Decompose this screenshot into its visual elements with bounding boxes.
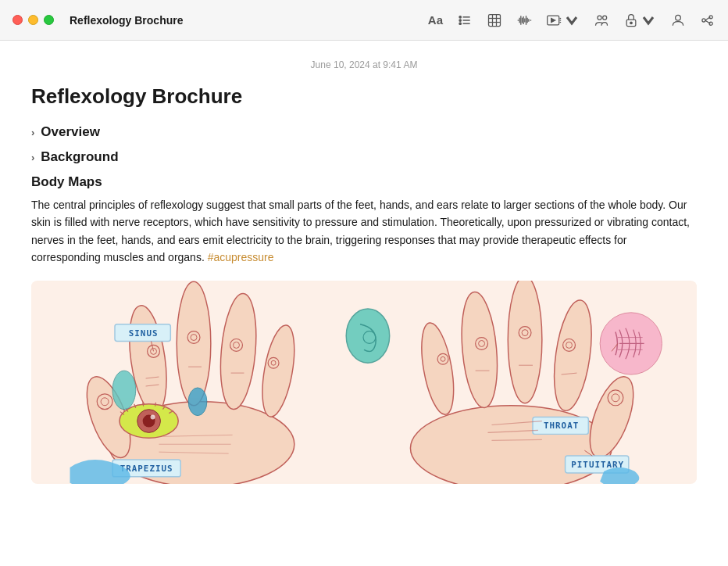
document-title: Reflexology Brochure <box>70 14 419 27</box>
svg-marker-22 <box>551 18 555 22</box>
font-button[interactable]: Aa <box>428 13 443 27</box>
svg-point-92 <box>346 308 389 362</box>
minimize-button[interactable] <box>28 15 38 25</box>
document-body: June 10, 2024 at 9:41 AM Reflexology Bro… <box>0 41 728 566</box>
svg-point-0 <box>459 16 462 18</box>
svg-point-32 <box>709 22 712 25</box>
svg-point-71 <box>508 281 542 403</box>
lock-icon <box>623 13 639 28</box>
collab-icon <box>594 13 609 28</box>
body-maps-section: Body Maps The central principles of refl… <box>31 174 697 267</box>
svg-rect-6 <box>489 14 501 26</box>
document-date: June 10, 2024 at 9:41 AM <box>31 59 697 70</box>
body-maps-text: The central principles of reflexology su… <box>31 196 697 267</box>
media-button[interactable] <box>546 13 580 28</box>
table-icon <box>487 13 502 28</box>
svg-point-33 <box>702 18 705 21</box>
svg-point-27 <box>603 16 607 20</box>
body-maps-heading: Body Maps <box>31 174 697 190</box>
svg-point-66 <box>112 371 136 410</box>
svg-point-2 <box>459 22 462 24</box>
waveform-icon <box>516 13 532 28</box>
svg-point-30 <box>676 15 681 20</box>
fullscreen-button[interactable] <box>44 15 54 25</box>
share-icon <box>700 13 716 28</box>
media-icon <box>546 13 562 28</box>
svg-point-58 <box>151 414 155 419</box>
background-chevron-icon: › <box>31 152 34 163</box>
list-icon <box>457 13 473 28</box>
chevron-down-icon <box>564 13 580 28</box>
list-view-button[interactable] <box>457 13 473 28</box>
background-section-title: Background <box>41 149 118 165</box>
waveform-button[interactable] <box>516 13 532 28</box>
lock-button[interactable] <box>623 13 656 28</box>
svg-text:THROAT: THROAT <box>544 421 579 431</box>
close-button[interactable] <box>12 15 23 25</box>
toolbar: Aa <box>428 13 716 28</box>
svg-point-26 <box>598 16 601 20</box>
svg-point-1 <box>459 19 462 21</box>
hand-image: SINUS TRAPEZIUS THROAT PITUITARY <box>31 281 697 484</box>
svg-point-29 <box>630 22 633 24</box>
lock-chevron-icon <box>641 13 656 28</box>
traffic-lights <box>12 15 54 25</box>
overview-section-title: Overview <box>41 124 100 140</box>
svg-text:SINUS: SINUS <box>129 328 159 338</box>
reflexology-illustration: SINUS TRAPEZIUS THROAT PITUITARY <box>31 281 697 484</box>
hashtag-acupressure[interactable]: #acupressure <box>208 251 274 263</box>
background-section-header[interactable]: › Background <box>31 149 697 165</box>
account-button[interactable] <box>670 13 686 28</box>
document-heading: Reflexology Brochure <box>31 84 697 109</box>
svg-point-67 <box>188 387 207 415</box>
share-button[interactable] <box>700 13 716 28</box>
overview-section-header[interactable]: › Overview <box>31 124 697 140</box>
user-icon <box>670 13 686 28</box>
overview-chevron-icon: › <box>31 127 34 138</box>
collaboration-button[interactable] <box>594 13 609 28</box>
svg-point-31 <box>709 15 712 18</box>
titlebar: Reflexology Brochure Aa <box>0 0 728 41</box>
table-button[interactable] <box>487 13 502 28</box>
